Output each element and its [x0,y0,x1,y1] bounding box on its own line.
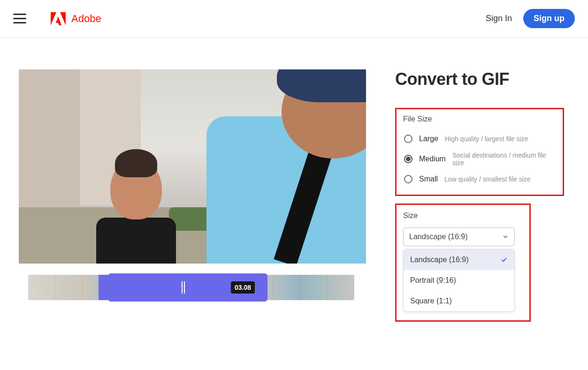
size-dropdown: Landscape (16:9) Portrait (9:16) Square … [403,249,515,312]
radio-icon [404,155,412,163]
aspect-size-section: Size Landscape (16:9) Landscape (16:9) P… [395,204,531,322]
radio-desc: Social destinations / medium file size [452,151,556,166]
video-preview[interactable] [19,69,366,264]
file-size-option-medium[interactable]: Medium Social destinations / medium file… [403,148,556,171]
radio-icon [404,135,412,143]
size-option-portrait[interactable]: Portrait (9:16) [404,270,514,291]
chevron-down-icon [502,234,509,240]
brand-logo[interactable]: Adobe [51,12,101,25]
size-option-landscape[interactable]: Landscape (16:9) [404,249,514,270]
sign-up-button[interactable]: Sign up [523,9,575,28]
option-label: Portrait (9:16) [410,276,456,285]
file-size-option-small[interactable]: Small Low quality / smallest file size [403,171,556,188]
header-actions: Sign In Sign up [486,9,575,28]
file-size-title: File Size [403,115,556,123]
app-header: Adobe Sign In Sign up [0,0,588,38]
timeline-selection[interactable]: 03.08 [108,273,267,302]
main-content: 03.08 Convert to GIF File Size Large Hig… [0,38,588,348]
adobe-logo-icon [51,12,66,25]
video-panel: 03.08 [19,69,366,329]
settings-panel: Convert to GIF File Size Large High qual… [395,69,564,329]
timeline-track[interactable]: 03.08 [28,275,354,300]
radio-desc: Low quality / smallest file size [444,175,531,183]
check-icon [500,256,508,264]
radio-icon [404,175,412,183]
radio-label: Small [419,175,438,183]
timeline-duration-badge: 03.08 [231,281,255,294]
size-option-square[interactable]: Square (1:1) [404,291,514,311]
size-select[interactable]: Landscape (16:9) [403,227,515,246]
size-title: Size [403,211,523,220]
brand-name: Adobe [71,13,101,25]
menu-hamburger-icon[interactable] [13,14,26,23]
option-label: Square (1:1) [410,297,452,305]
radio-label: Large [419,135,438,143]
file-size-section: File Size Large High quality / largest f… [395,108,564,196]
option-label: Landscape (16:9) [410,256,469,264]
sign-in-link[interactable]: Sign In [486,14,512,23]
file-size-option-large[interactable]: Large High quality / largest file size [403,131,556,148]
radio-desc: High quality / largest file size [445,135,528,143]
page-title: Convert to GIF [395,69,564,89]
radio-label: Medium [419,155,446,163]
size-select-value: Landscape (16:9) [409,233,468,241]
